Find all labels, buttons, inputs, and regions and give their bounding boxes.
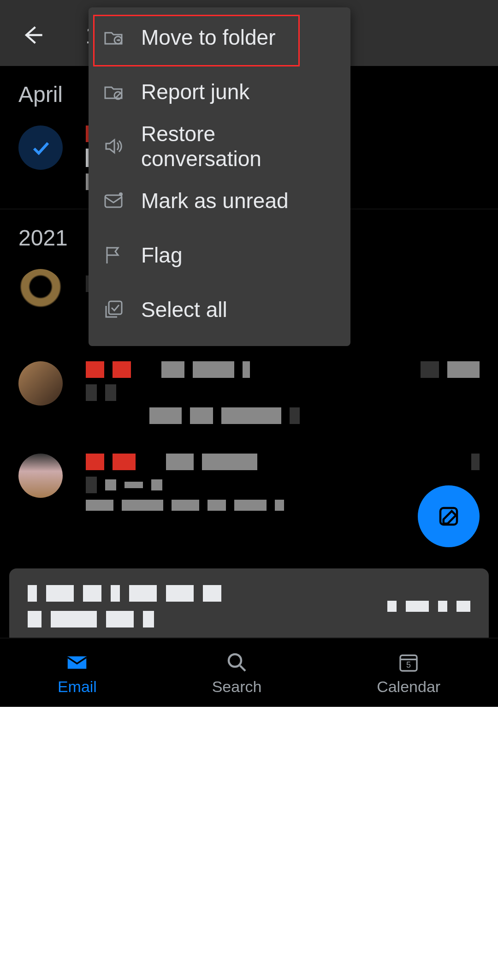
menu-label: Report junk	[141, 79, 249, 104]
menu-select-all[interactable]: Select all	[89, 282, 350, 337]
select-all-icon	[102, 299, 125, 321]
context-menu: Move to folder Report junk Restore conve…	[89, 7, 350, 346]
menu-label: Restore conversation	[141, 121, 337, 171]
calendar-icon: 5	[396, 650, 421, 675]
email-body	[86, 361, 480, 424]
svg-rect-2	[105, 195, 122, 207]
nav-label: Calendar	[377, 678, 440, 696]
flag-icon	[102, 244, 125, 266]
back-arrow-icon	[20, 23, 44, 47]
nav-label: Email	[58, 678, 97, 696]
avatar[interactable]	[18, 269, 63, 313]
menu-mark-unread[interactable]: Mark as unread	[89, 173, 350, 228]
nav-search[interactable]: Search	[212, 650, 262, 696]
avatar[interactable]	[18, 454, 63, 498]
email-body	[86, 454, 480, 511]
folder-block-icon	[102, 81, 125, 103]
avatar[interactable]	[18, 361, 63, 406]
svg-text:5: 5	[406, 660, 411, 669]
bottom-nav: Email Search 5 Calendar	[0, 638, 498, 707]
nav-email[interactable]: Email	[58, 650, 97, 696]
speaker-icon	[102, 135, 125, 157]
nav-calendar[interactable]: 5 Calendar	[377, 650, 440, 696]
compose-fab[interactable]	[418, 485, 480, 547]
mail-unread-icon	[102, 190, 125, 212]
check-icon	[30, 137, 52, 159]
back-button[interactable]	[18, 21, 46, 49]
folder-move-icon	[102, 26, 125, 48]
avatar-selected[interactable]	[18, 125, 63, 170]
snackbar[interactable]	[9, 568, 489, 644]
menu-report-junk[interactable]: Report junk	[89, 65, 350, 119]
search-icon	[225, 650, 249, 675]
nav-label: Search	[212, 678, 262, 696]
svg-rect-4	[109, 301, 122, 314]
mail-icon	[65, 650, 89, 675]
menu-restore-conversation[interactable]: Restore conversation	[89, 119, 350, 173]
menu-label: Select all	[141, 297, 227, 322]
menu-label: Mark as unread	[141, 188, 289, 213]
menu-label: Flag	[141, 243, 182, 268]
menu-move-to-folder[interactable]: Move to folder	[89, 10, 350, 65]
svg-point-6	[229, 654, 241, 667]
blank-area	[0, 707, 498, 980]
compose-icon	[436, 504, 461, 529]
svg-point-3	[119, 192, 123, 196]
email-item[interactable]	[0, 352, 498, 444]
menu-label: Move to folder	[141, 25, 275, 50]
status-bar	[0, 0, 498, 4]
menu-flag[interactable]: Flag	[89, 228, 350, 282]
